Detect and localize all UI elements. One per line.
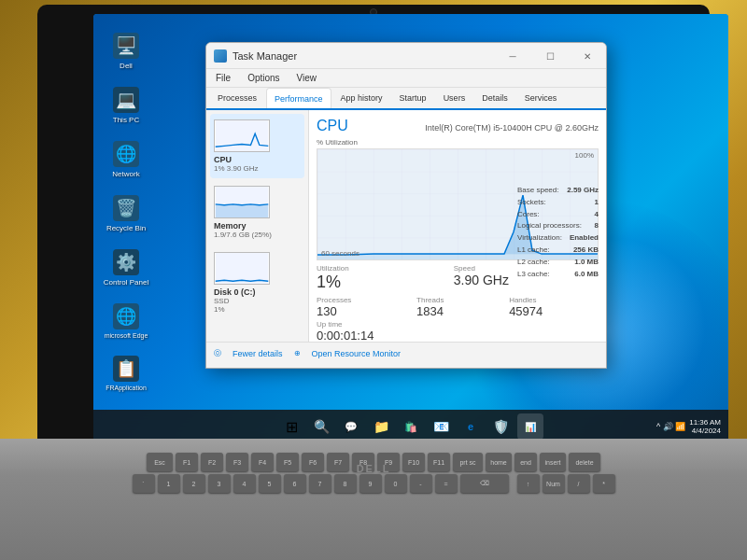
- sockets-row: Sockets: 1: [517, 197, 599, 209]
- memory-sublabel: 1.9/7.6 GB (25%): [214, 231, 301, 239]
- l1-cache-label: L1 cache:: [517, 245, 550, 257]
- key-f3[interactable]: F3: [226, 453, 248, 471]
- icon-recycle-bin[interactable]: 🗑️ Recycle Bin: [103, 195, 149, 232]
- key-delete[interactable]: delete: [569, 453, 600, 471]
- disk-label: Disk 0 (C:): [214, 287, 301, 297]
- key-f11[interactable]: F11: [428, 453, 450, 471]
- utilization-label: Utilization: [317, 264, 439, 273]
- chart-100-label: 100%: [575, 151, 594, 160]
- tab-app-history[interactable]: App history: [333, 88, 390, 108]
- open-resource-monitor-link[interactable]: Open Resource Monitor: [312, 349, 402, 358]
- tab-startup[interactable]: Startup: [392, 88, 434, 108]
- sidebar-item-memory[interactable]: Memory 1.9/7.6 GB (25%): [210, 180, 304, 245]
- tab-users[interactable]: Users: [436, 88, 473, 108]
- key-4[interactable]: 4: [233, 474, 256, 493]
- key-f2[interactable]: F2: [201, 453, 223, 471]
- key-backtick[interactable]: `: [133, 474, 155, 493]
- disk-mini-chart: [214, 252, 270, 285]
- menu-options[interactable]: Options: [244, 71, 283, 85]
- store-button[interactable]: 🛍️: [398, 413, 424, 440]
- tm-body: CPU 1% 3.90 GHz: [206, 110, 606, 342]
- key-8[interactable]: 8: [334, 474, 357, 493]
- tab-services[interactable]: Services: [517, 88, 565, 108]
- icon-dell[interactable]: 🖥️ Dell: [103, 33, 149, 70]
- cpu-processor-name: Intel(R) Core(TM) i5-10400H CPU @ 2.60GH…: [425, 123, 599, 133]
- key-f10[interactable]: F10: [402, 453, 425, 471]
- key-f4[interactable]: F4: [251, 453, 274, 471]
- edge-button[interactable]: e: [458, 413, 484, 440]
- disk-sublabel-ssd: SSD: [214, 297, 301, 305]
- titlebar: Task Manager ─ ☐ ✕: [206, 43, 606, 69]
- cores-label: Cores:: [517, 209, 540, 221]
- key-numslash[interactable]: /: [568, 474, 590, 493]
- maximize-button[interactable]: ☐: [531, 43, 569, 69]
- dell-logo: DELL: [357, 463, 391, 474]
- key-insert[interactable]: insert: [540, 453, 566, 471]
- sidebar-item-cpu[interactable]: CPU 1% 3.90 GHz: [210, 114, 304, 178]
- key-backspace[interactable]: ⌫: [460, 474, 509, 493]
- icon-control-panel[interactable]: ⚙️ Control Panel: [103, 249, 149, 287]
- tab-details[interactable]: Details: [474, 88, 515, 108]
- search-button[interactable]: 🔍: [308, 413, 334, 440]
- sidebar-item-disk[interactable]: Disk 0 (C:) SSD 1%: [210, 246, 304, 319]
- key-home[interactable]: home: [486, 453, 512, 471]
- key-minus[interactable]: -: [410, 474, 432, 493]
- icon-network[interactable]: 🌐 Network: [103, 141, 149, 178]
- handles-value: 45974: [509, 304, 599, 318]
- icon-edge[interactable]: 🌐 microsoft Edge: [103, 303, 149, 339]
- key-end[interactable]: end: [514, 453, 537, 471]
- key-f5[interactable]: F5: [276, 453, 299, 471]
- key-9[interactable]: 9: [359, 474, 382, 493]
- key-3[interactable]: 3: [208, 474, 231, 493]
- l3-cache-value: 6.0 MB: [574, 269, 599, 281]
- svg-marker-2: [216, 204, 269, 217]
- tab-processes[interactable]: Processes: [210, 88, 264, 108]
- key-7[interactable]: 7: [309, 474, 331, 493]
- base-speed-label: Base speed:: [517, 185, 558, 197]
- processes-section: Processes 130: [317, 296, 407, 318]
- handles-label: Handles: [509, 296, 599, 304]
- memory-mini-chart: [214, 186, 270, 218]
- key-pgup[interactable]: ↑: [517, 474, 540, 493]
- sockets-label: Sockets:: [517, 197, 546, 209]
- processes-value: 130: [317, 304, 407, 318]
- key-f7[interactable]: F7: [327, 453, 349, 471]
- key-5[interactable]: 5: [259, 474, 281, 493]
- key-6[interactable]: 6: [284, 474, 306, 493]
- widgets-button[interactable]: 💬: [338, 413, 364, 440]
- key-numstar[interactable]: *: [593, 474, 615, 493]
- threads-label: Threads: [416, 296, 500, 304]
- base-speed-row: Base speed: 2.59 GHz: [517, 185, 599, 197]
- l3-cache-label: L3 cache:: [517, 269, 550, 281]
- key-numlock[interactable]: Num: [543, 474, 565, 493]
- taskbar-center-icons: ⊞ 🔍 💬 📁 🛍️ 📧 e 🛡️ 📊: [278, 413, 543, 440]
- file-explorer-button[interactable]: 📁: [368, 413, 394, 440]
- menu-file[interactable]: File: [212, 71, 234, 85]
- cpu-mini-chart: [214, 119, 270, 152]
- icon-frapp[interactable]: 📋 FRApplication: [103, 356, 149, 391]
- close-button[interactable]: ✕: [569, 43, 606, 69]
- key-f6[interactable]: F6: [302, 453, 324, 471]
- key-f1[interactable]: F1: [176, 453, 198, 471]
- minimize-button[interactable]: ─: [494, 43, 531, 69]
- defender-button[interactable]: 🛡️: [487, 413, 514, 440]
- fewer-details-icon: ⓪: [214, 348, 221, 358]
- key-0[interactable]: 0: [385, 474, 407, 493]
- svg-rect-3: [216, 253, 269, 284]
- cpu-sublabel: 1% 3.90 GHz: [214, 164, 301, 173]
- key-prtsc[interactable]: prt sc: [453, 453, 483, 471]
- menu-view[interactable]: View: [293, 71, 321, 85]
- task-manager-taskbar-btn[interactable]: 📊: [517, 413, 543, 440]
- key-esc[interactable]: Esc: [147, 453, 173, 471]
- tab-performance[interactable]: Performance: [266, 88, 331, 108]
- menu-bar: File Options View: [206, 69, 606, 88]
- tm-sidebar: CPU 1% 3.90 GHz: [206, 110, 309, 342]
- start-button[interactable]: ⊞: [278, 413, 304, 440]
- key-1[interactable]: 1: [158, 474, 180, 493]
- fewer-details-link[interactable]: Fewer details: [233, 349, 283, 358]
- mail-button[interactable]: 📧: [428, 413, 454, 440]
- key-2[interactable]: 2: [183, 474, 205, 493]
- key-equals[interactable]: =: [435, 474, 458, 493]
- icon-this-pc[interactable]: 💻 This PC: [103, 87, 149, 124]
- screen-area: 🖥️ Dell 💻 This PC 🌐 Network 🗑️ Recycle B…: [93, 14, 728, 443]
